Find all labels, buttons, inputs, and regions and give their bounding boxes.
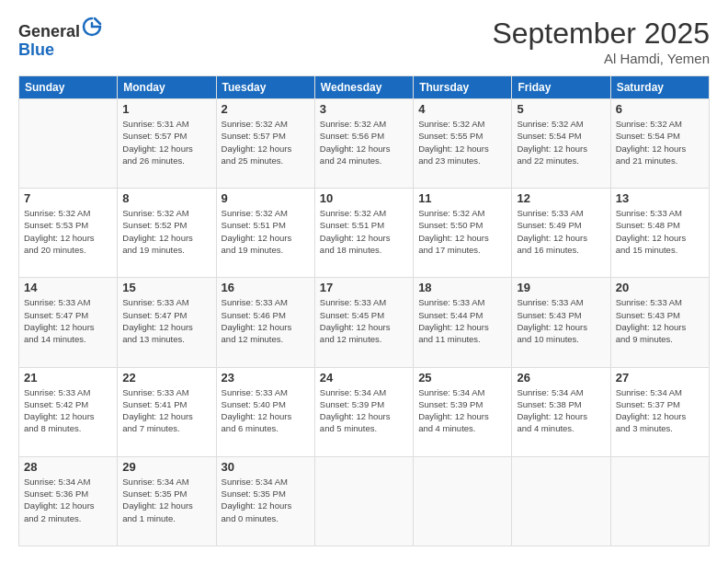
day-info: Sunrise: 5:33 AM Sunset: 5:45 PM Dayligh…	[320, 296, 408, 345]
table-cell: 26Sunrise: 5:34 AM Sunset: 5:38 PM Dayli…	[512, 367, 610, 456]
day-number: 27	[616, 371, 704, 385]
table-cell: 21Sunrise: 5:33 AM Sunset: 5:42 PM Dayli…	[19, 367, 118, 456]
table-cell: 23Sunrise: 5:33 AM Sunset: 5:40 PM Dayli…	[216, 367, 314, 456]
table-cell: 8Sunrise: 5:32 AM Sunset: 5:52 PM Daylig…	[118, 189, 216, 278]
day-info: Sunrise: 5:32 AM Sunset: 5:53 PM Dayligh…	[24, 207, 112, 256]
day-info: Sunrise: 5:34 AM Sunset: 5:38 PM Dayligh…	[517, 386, 605, 435]
table-cell: 27Sunrise: 5:34 AM Sunset: 5:37 PM Dayli…	[610, 367, 709, 456]
table-cell: 3Sunrise: 5:32 AM Sunset: 5:56 PM Daylig…	[314, 99, 413, 189]
day-info: Sunrise: 5:33 AM Sunset: 5:49 PM Dayligh…	[517, 207, 605, 256]
table-cell: 30Sunrise: 5:34 AM Sunset: 5:35 PM Dayli…	[216, 456, 314, 546]
table-cell: 25Sunrise: 5:34 AM Sunset: 5:39 PM Dayli…	[414, 367, 512, 456]
day-number: 18	[418, 281, 506, 294]
table-cell: 29Sunrise: 5:34 AM Sunset: 5:35 PM Dayli…	[118, 456, 216, 546]
day-number: 13	[616, 191, 704, 205]
day-number: 12	[517, 191, 605, 205]
table-cell: 28Sunrise: 5:34 AM Sunset: 5:36 PM Dayli…	[19, 456, 118, 546]
day-info: Sunrise: 5:33 AM Sunset: 5:44 PM Dayligh…	[418, 296, 506, 345]
day-info: Sunrise: 5:33 AM Sunset: 5:47 PM Dayligh…	[24, 296, 112, 345]
day-number: 9	[222, 191, 310, 205]
table-cell: 12Sunrise: 5:33 AM Sunset: 5:49 PM Dayli…	[512, 189, 610, 278]
logo: General Blue	[18, 17, 102, 60]
table-cell: 9Sunrise: 5:32 AM Sunset: 5:51 PM Daylig…	[216, 189, 314, 278]
header-row: Sunday Monday Tuesday Wednesday Thursday…	[19, 76, 710, 99]
logo-icon	[82, 17, 102, 37]
location-title: Al Hamdi, Yemen	[492, 51, 710, 66]
table-cell: 2Sunrise: 5:32 AM Sunset: 5:57 PM Daylig…	[216, 99, 314, 189]
page: General Blue September 2025 Al Hamdi, Ye…	[0, 0, 728, 563]
col-thursday: Thursday	[414, 76, 512, 99]
day-info: Sunrise: 5:32 AM Sunset: 5:54 PM Dayligh…	[517, 118, 605, 167]
day-number: 10	[320, 191, 408, 205]
table-cell: 15Sunrise: 5:33 AM Sunset: 5:47 PM Dayli…	[118, 278, 216, 367]
day-number: 5	[517, 102, 605, 116]
table-cell: 16Sunrise: 5:33 AM Sunset: 5:46 PM Dayli…	[216, 278, 314, 367]
day-number: 3	[320, 102, 408, 116]
month-title: September 2025	[492, 17, 710, 51]
table-cell: 6Sunrise: 5:32 AM Sunset: 5:54 PM Daylig…	[610, 99, 709, 189]
week-row-1: 1Sunrise: 5:31 AM Sunset: 5:57 PM Daylig…	[19, 99, 710, 189]
day-number: 4	[418, 102, 506, 116]
title-section: September 2025 Al Hamdi, Yemen	[492, 17, 710, 66]
table-cell: 18Sunrise: 5:33 AM Sunset: 5:44 PM Dayli…	[414, 278, 512, 367]
table-cell: 11Sunrise: 5:32 AM Sunset: 5:50 PM Dayli…	[414, 189, 512, 278]
col-monday: Monday	[118, 76, 216, 99]
table-cell: 19Sunrise: 5:33 AM Sunset: 5:43 PM Dayli…	[512, 278, 610, 367]
table-cell: 24Sunrise: 5:34 AM Sunset: 5:39 PM Dayli…	[314, 367, 413, 456]
week-row-5: 28Sunrise: 5:34 AM Sunset: 5:36 PM Dayli…	[19, 456, 710, 546]
table-cell: 17Sunrise: 5:33 AM Sunset: 5:45 PM Dayli…	[314, 278, 413, 367]
day-info: Sunrise: 5:32 AM Sunset: 5:56 PM Dayligh…	[320, 118, 408, 167]
week-row-4: 21Sunrise: 5:33 AM Sunset: 5:42 PM Dayli…	[19, 367, 710, 456]
day-info: Sunrise: 5:32 AM Sunset: 5:52 PM Dayligh…	[122, 207, 210, 256]
table-cell: 4Sunrise: 5:32 AM Sunset: 5:55 PM Daylig…	[414, 99, 512, 189]
day-info: Sunrise: 5:32 AM Sunset: 5:57 PM Dayligh…	[222, 118, 310, 167]
day-info: Sunrise: 5:33 AM Sunset: 5:42 PM Dayligh…	[24, 386, 112, 435]
col-sunday: Sunday	[19, 76, 118, 99]
day-info: Sunrise: 5:34 AM Sunset: 5:35 PM Dayligh…	[122, 476, 210, 524]
day-number: 1	[122, 102, 210, 116]
day-info: Sunrise: 5:34 AM Sunset: 5:39 PM Dayligh…	[320, 386, 408, 435]
week-row-3: 14Sunrise: 5:33 AM Sunset: 5:47 PM Dayli…	[19, 278, 710, 367]
day-number: 26	[517, 371, 605, 385]
table-cell: 20Sunrise: 5:33 AM Sunset: 5:43 PM Dayli…	[610, 278, 709, 367]
day-number: 17	[320, 281, 408, 294]
day-number: 28	[24, 460, 112, 474]
col-saturday: Saturday	[610, 76, 709, 99]
day-info: Sunrise: 5:32 AM Sunset: 5:55 PM Dayligh…	[418, 118, 506, 167]
day-number: 8	[122, 191, 210, 205]
day-info: Sunrise: 5:33 AM Sunset: 5:43 PM Dayligh…	[517, 296, 605, 345]
day-info: Sunrise: 5:33 AM Sunset: 5:47 PM Dayligh…	[122, 296, 210, 345]
table-cell: 5Sunrise: 5:32 AM Sunset: 5:54 PM Daylig…	[512, 99, 610, 189]
logo-general: General	[18, 22, 80, 40]
day-number: 25	[418, 371, 506, 385]
day-info: Sunrise: 5:32 AM Sunset: 5:51 PM Dayligh…	[222, 207, 310, 256]
table-cell: 13Sunrise: 5:33 AM Sunset: 5:48 PM Dayli…	[610, 189, 709, 278]
table-cell	[414, 456, 512, 546]
table-cell	[314, 456, 413, 546]
day-info: Sunrise: 5:34 AM Sunset: 5:39 PM Dayligh…	[418, 386, 506, 435]
day-number: 24	[320, 371, 408, 385]
day-info: Sunrise: 5:33 AM Sunset: 5:43 PM Dayligh…	[616, 296, 704, 345]
table-cell: 14Sunrise: 5:33 AM Sunset: 5:47 PM Dayli…	[19, 278, 118, 367]
col-tuesday: Tuesday	[216, 76, 314, 99]
col-wednesday: Wednesday	[314, 76, 413, 99]
day-info: Sunrise: 5:31 AM Sunset: 5:57 PM Dayligh…	[122, 118, 210, 167]
table-cell: 22Sunrise: 5:33 AM Sunset: 5:41 PM Dayli…	[118, 367, 216, 456]
table-cell: 1Sunrise: 5:31 AM Sunset: 5:57 PM Daylig…	[118, 99, 216, 189]
day-number: 14	[24, 281, 112, 294]
week-row-2: 7Sunrise: 5:32 AM Sunset: 5:53 PM Daylig…	[19, 189, 710, 278]
day-number: 2	[222, 102, 310, 116]
table-cell: 10Sunrise: 5:32 AM Sunset: 5:51 PM Dayli…	[314, 189, 413, 278]
day-number: 19	[517, 281, 605, 294]
table-cell: 7Sunrise: 5:32 AM Sunset: 5:53 PM Daylig…	[19, 189, 118, 278]
logo-text: General Blue	[18, 17, 102, 60]
day-number: 16	[222, 281, 310, 294]
table-cell	[610, 456, 709, 546]
header: General Blue September 2025 Al Hamdi, Ye…	[18, 17, 710, 66]
day-number: 30	[222, 460, 310, 474]
day-number: 22	[122, 371, 210, 385]
day-number: 20	[616, 281, 704, 294]
day-number: 23	[222, 371, 310, 385]
calendar-body: 1Sunrise: 5:31 AM Sunset: 5:57 PM Daylig…	[19, 99, 710, 546]
logo-blue: Blue	[18, 40, 54, 59]
